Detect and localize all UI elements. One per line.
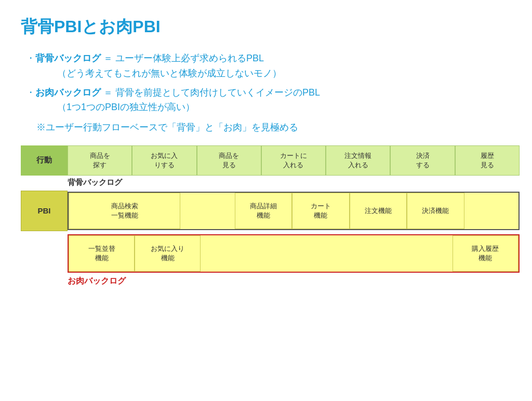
meat-pbi-area: 一覧並替機能 お気に入り機能 購入履歴機能	[68, 234, 520, 273]
bullet2-prefix: ・	[26, 87, 35, 98]
action-item-1: お気に入りする	[132, 145, 196, 176]
pbi-meat-row: PBI 一覧並替機能 お気に入り機能 購入履歴機能	[21, 233, 520, 274]
action-row: 行動 商品を探す お気に入りする 商品を見る カートに入れる 注文情報入れる 決…	[21, 145, 520, 176]
action-cells: 商品を探す お気に入りする 商品を見る カートに入れる 注文情報入れる 決済する…	[68, 145, 520, 176]
meat-pbi-empty-2	[327, 235, 390, 272]
action-header-label: 行動	[36, 155, 52, 165]
action-item-6: 履歴見る	[455, 145, 520, 176]
action-item-2: 商品を見る	[197, 145, 261, 176]
backbone-pbi-2: 商品詳細機能	[235, 193, 292, 229]
backbone-pbi-4: 注文機能	[350, 193, 407, 229]
backbone-pbi-empty-1	[464, 193, 519, 229]
bullet2-bold: お肉バックログ	[35, 87, 101, 98]
meat-pbi-0: 一覧並替機能	[69, 235, 135, 272]
pbi-header-label: PBI	[37, 206, 50, 215]
backbone-pbi-5: 決済機能	[407, 193, 464, 229]
bullet2-line2: （1つ1つのPBIの独立性が高い）	[57, 100, 511, 115]
bullet1-line1: ・背骨バックログ ＝ ユーザー体験上必ず求められるPBL	[26, 51, 511, 66]
backbone-pbi-0: 商品検索一覧機能	[69, 193, 180, 229]
bullet1-prefix: ・	[26, 53, 35, 63]
backbone-pbi-area: 商品検索一覧機能 商品詳細機能 カート機能 注文機能 決済機能	[68, 192, 520, 230]
bullet2-section: ・お肉バックログ ＝ 背骨を前提として肉付けしていくイメージのPBL （1つ1つ…	[26, 85, 511, 115]
bullet1-text1: ＝ ユーザー体験上必ず求められるPBL	[101, 53, 264, 63]
note-line: ※ユーザー行動フローベースで「背骨」と「お肉」を見極める	[36, 120, 511, 135]
page-title: 背骨PBIとお肉PBI	[21, 16, 511, 38]
meat-label: お肉バックログ	[68, 276, 520, 287]
meat-pbi-1: お気に入り機能	[135, 235, 201, 272]
bullet1-section: ・背骨バックログ ＝ ユーザー体験上必ず求められるPBL （どう考えてもこれが無…	[26, 51, 511, 81]
action-item-0: 商品を探す	[68, 145, 132, 176]
bullet1-line2: （どう考えてもこれが無いと体験が成立しないモノ）	[57, 66, 511, 81]
action-header: 行動	[21, 145, 68, 176]
bullet2-line1: ・お肉バックログ ＝ 背骨を前提として肉付けしていくイメージのPBL	[26, 85, 511, 100]
action-item-5: 決済する	[390, 145, 455, 176]
action-item-4: 注文情報入れる	[326, 145, 390, 176]
backbone-pbi-3: カート機能	[292, 193, 350, 229]
backbone-pbi-empty-0	[180, 193, 235, 229]
diagram-area: 行動 商品を探す お気に入りする 商品を見る カートに入れる 注文情報入れる 決…	[21, 145, 520, 287]
bullet2-text1: ＝ 背骨を前提として肉付けしていくイメージのPBL	[101, 87, 320, 98]
meat-pbi-empty-0	[201, 235, 263, 272]
pbi-backbone-row: PBI 商品検索一覧機能 商品詳細機能 カート機能 注文機能 決済機能	[21, 191, 520, 231]
meat-pbi-6: 購入履歴機能	[453, 235, 518, 272]
bullet1-bold: 背骨バックログ	[35, 53, 101, 63]
meat-pbi-empty-3	[390, 235, 453, 272]
pbi-header: PBI	[21, 191, 68, 231]
meat-pbi-empty-1	[263, 235, 326, 272]
backbone-label: 背骨バックログ	[68, 176, 520, 191]
action-item-3: カートに入れる	[261, 145, 326, 176]
